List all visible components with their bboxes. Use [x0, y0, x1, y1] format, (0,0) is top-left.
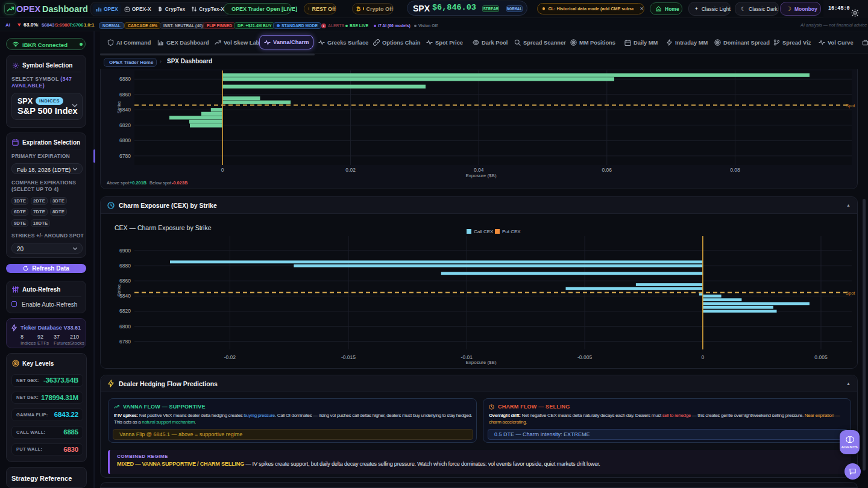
- svg-text:+0.201B: +0.201B: [130, 180, 146, 186]
- svg-text:6780: 6780: [119, 153, 131, 159]
- svg-text:0.08: 0.08: [730, 167, 740, 173]
- svg-text:6800: 6800: [119, 324, 131, 330]
- svg-text:Strike: Strike: [116, 284, 122, 296]
- svg-text:Spot: Spot: [846, 290, 855, 296]
- svg-text:0.02: 0.02: [345, 167, 356, 173]
- svg-text:Spot: Spot: [846, 103, 855, 108]
- svg-text:6780: 6780: [119, 339, 131, 345]
- svg-text:0: 0: [221, 167, 224, 173]
- svg-text:Below spot:: Below spot:: [149, 180, 172, 186]
- svg-text:6860: 6860: [119, 92, 131, 98]
- svg-text:Put CEX: Put CEX: [502, 229, 521, 234]
- svg-text:0.04: 0.04: [474, 167, 484, 173]
- svg-text:-0.023B: -0.023B: [172, 180, 187, 186]
- svg-text:Exposure ($B): Exposure ($B): [465, 173, 496, 178]
- svg-text:Strike: Strike: [116, 101, 122, 113]
- svg-text:Above spot:: Above spot:: [107, 180, 130, 186]
- svg-text:0: 0: [702, 354, 705, 360]
- svg-text:0.06: 0.06: [602, 167, 612, 173]
- svg-text:-0.015: -0.015: [341, 354, 356, 360]
- svg-text:6820: 6820: [119, 122, 131, 128]
- svg-text:6800: 6800: [119, 137, 131, 143]
- svg-text:6860: 6860: [119, 278, 131, 284]
- svg-text:-0.02: -0.02: [224, 354, 236, 360]
- svg-text:Call CEX: Call CEX: [474, 229, 494, 234]
- svg-text:CEX — Charm Exposure by Strike: CEX — Charm Exposure by Strike: [115, 224, 212, 231]
- svg-text:6880: 6880: [119, 76, 131, 82]
- svg-text:6820: 6820: [119, 308, 131, 314]
- svg-text:-0.005: -0.005: [577, 354, 592, 360]
- svg-text:6900: 6900: [119, 248, 131, 254]
- svg-text:6880: 6880: [119, 263, 131, 269]
- svg-text:0.005: 0.005: [814, 354, 828, 360]
- svg-text:Exposure ($B): Exposure ($B): [465, 360, 496, 365]
